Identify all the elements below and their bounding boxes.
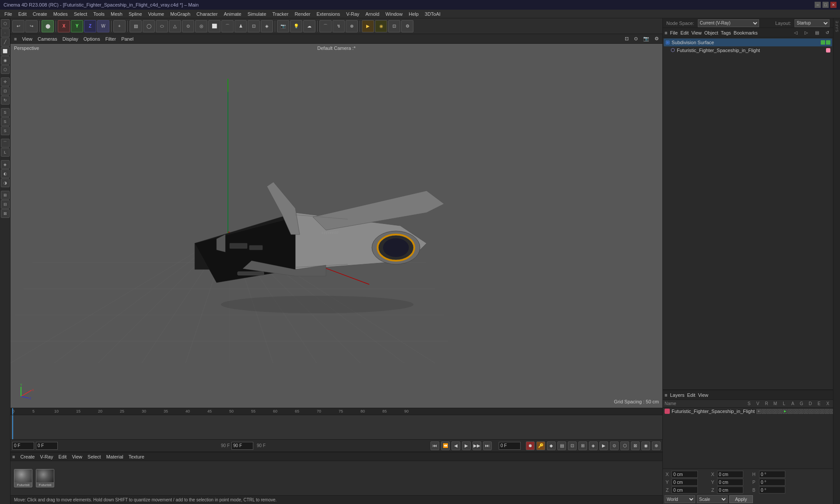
tool-obj-mode[interactable]: ◉: [1, 56, 10, 65]
vp-icon-render[interactable]: ⊙: [634, 36, 638, 42]
tool-boole[interactable]: ⊕: [346, 20, 358, 32]
bp-hamburger[interactable]: ≡: [12, 454, 15, 459]
tool-sky[interactable]: ☁: [303, 20, 315, 32]
tool-disc[interactable]: ◎: [195, 20, 207, 32]
tool-poly-mode[interactable]: ⬜: [1, 47, 10, 56]
render-settings[interactable]: ⚙: [401, 20, 413, 32]
layer-d[interactable]: □: [798, 409, 803, 414]
motion-clip-button[interactable]: ▤: [557, 441, 566, 450]
om-tab-tags[interactable]: Tags: [721, 30, 731, 35]
om-tab-edit[interactable]: Edit: [680, 30, 689, 35]
layer-extra1[interactable]: □: [814, 409, 819, 414]
om-tab-object[interactable]: Object: [704, 30, 718, 35]
timeline-settings4[interactable]: ▶: [599, 441, 608, 450]
transport-play-back[interactable]: ◀: [452, 441, 460, 450]
layer-solo[interactable]: □: [788, 409, 793, 414]
record-button[interactable]: ⏺: [526, 441, 535, 450]
tool-grid3[interactable]: ⊠: [1, 209, 10, 218]
tool-model-mode[interactable]: ⬡: [1, 19, 10, 28]
timeline-settings1[interactable]: ⊡: [568, 441, 577, 450]
menu-select[interactable]: Select: [71, 10, 90, 18]
timeline-settings5[interactable]: ⊙: [610, 441, 619, 450]
vp-menu-view[interactable]: View: [22, 36, 32, 42]
bp-material[interactable]: Material: [106, 454, 123, 459]
menu-help[interactable]: Help: [406, 10, 421, 18]
transport-goto-start[interactable]: ⏮: [430, 441, 439, 450]
om-refresh-btn[interactable]: ↺: [823, 29, 831, 37]
tool-plane[interactable]: ⬜: [208, 20, 220, 32]
om-tab-view[interactable]: View: [691, 30, 702, 35]
coord-b-input[interactable]: [759, 486, 785, 494]
layer-row-fighter[interactable]: Futuristic_Fighter_Spaceship_in_Flight 👁…: [663, 408, 833, 415]
menu-simulate[interactable]: Simulate: [245, 10, 269, 18]
layers-tab-layers[interactable]: Layers: [670, 392, 684, 398]
timeline-frame-left[interactable]: [12, 442, 34, 450]
layers-tab-view[interactable]: View: [698, 392, 708, 398]
tool-s3[interactable]: S: [1, 126, 10, 135]
vp-menu-cameras[interactable]: Cameras: [38, 36, 57, 42]
bp-texture[interactable]: Texture: [129, 454, 144, 459]
auto-keying-button[interactable]: 🔑: [536, 441, 545, 450]
menu-extensions[interactable]: Extensions: [314, 10, 343, 18]
layer-visibility[interactable]: 👁: [756, 409, 761, 414]
coord-x-input[interactable]: [672, 471, 698, 478]
menu-mesh[interactable]: Mesh: [108, 10, 125, 18]
tool-extrude[interactable]: ⊡: [248, 20, 260, 32]
tool-rotate[interactable]: ↻: [1, 96, 10, 105]
tool-s2[interactable]: S: [1, 117, 10, 126]
keyframe-button[interactable]: ◆: [547, 441, 556, 450]
menu-edit[interactable]: Edit: [16, 10, 29, 18]
mode-world-button[interactable]: W: [97, 20, 109, 32]
layers-tab-edit[interactable]: Edit: [687, 392, 695, 398]
tool-twist[interactable]: ↯: [332, 20, 345, 32]
tool-camera[interactable]: 📷: [277, 20, 289, 32]
close-button[interactable]: ✕: [830, 2, 836, 8]
coord-h-input[interactable]: [759, 471, 785, 478]
mode-z-button[interactable]: Z: [84, 20, 96, 32]
timeline-settings2[interactable]: ⊞: [578, 441, 587, 450]
menu-tracker[interactable]: Tracker: [270, 10, 291, 18]
menu-mograph[interactable]: MoGraph: [168, 10, 193, 18]
tool-grid1[interactable]: ⊞: [1, 191, 10, 200]
tool-torus[interactable]: ⊙: [182, 20, 194, 32]
tool-lathe[interactable]: ◈: [261, 20, 273, 32]
vp-menu-options[interactable]: Options: [84, 36, 100, 42]
tool-points-mode[interactable]: ·: [1, 28, 10, 37]
menu-modes[interactable]: Modes: [51, 10, 70, 18]
transport-play[interactable]: ▶: [462, 441, 471, 450]
live-select-button[interactable]: ⬤: [42, 20, 54, 32]
mode-x-button[interactable]: X: [58, 20, 70, 32]
timeline-track[interactable]: [10, 415, 662, 439]
layout-select[interactable]: Startup: [794, 19, 830, 27]
timeline-settings9[interactable]: ⊕: [652, 441, 661, 450]
menu-file[interactable]: File: [2, 10, 15, 18]
vp-icon-expand[interactable]: ⊡: [625, 36, 629, 42]
mode-y-button[interactable]: Y: [71, 20, 83, 32]
tool-edge-mode[interactable]: ╱: [1, 38, 10, 46]
layers-hamburger[interactable]: ≡: [665, 392, 667, 398]
vp-icon-camera[interactable]: 📷: [643, 36, 649, 42]
layer-extra3[interactable]: □: [825, 409, 830, 414]
timeline-settings8[interactable]: ◉: [641, 441, 650, 450]
vp-menu-filter[interactable]: Filter: [105, 36, 116, 42]
bp-vray[interactable]: V-Ray: [40, 454, 53, 459]
coord-space-select[interactable]: World Object Camera: [665, 495, 695, 503]
tool-n2[interactable]: L: [1, 148, 10, 157]
timeline-frame-right[interactable]: [499, 442, 521, 450]
coord-transform-select[interactable]: Scale Position Rotation: [697, 495, 728, 503]
menu-render[interactable]: Render: [292, 10, 313, 18]
tool-move[interactable]: ✛: [1, 77, 10, 86]
tool-scale[interactable]: ⊡: [1, 87, 10, 95]
om-forward-btn[interactable]: ▷: [802, 29, 810, 37]
tool-cone[interactable]: △: [169, 20, 181, 32]
om-item-subdivision[interactable]: ⊞ Subdivision Surface: [664, 38, 832, 46]
coord-my-input[interactable]: [717, 479, 743, 486]
bp-select[interactable]: Select: [88, 454, 101, 459]
timeline-settings3[interactable]: ◈: [589, 441, 598, 450]
node-space-select[interactable]: Current (V-Ray): [698, 19, 759, 27]
tool-light[interactable]: 💡: [290, 20, 302, 32]
tool-brush3[interactable]: ◑: [1, 178, 10, 187]
menu-tools[interactable]: Tools: [91, 10, 107, 18]
timeline-frame-end1[interactable]: [231, 442, 253, 450]
vp-icon-settings[interactable]: ⚙: [654, 36, 659, 42]
